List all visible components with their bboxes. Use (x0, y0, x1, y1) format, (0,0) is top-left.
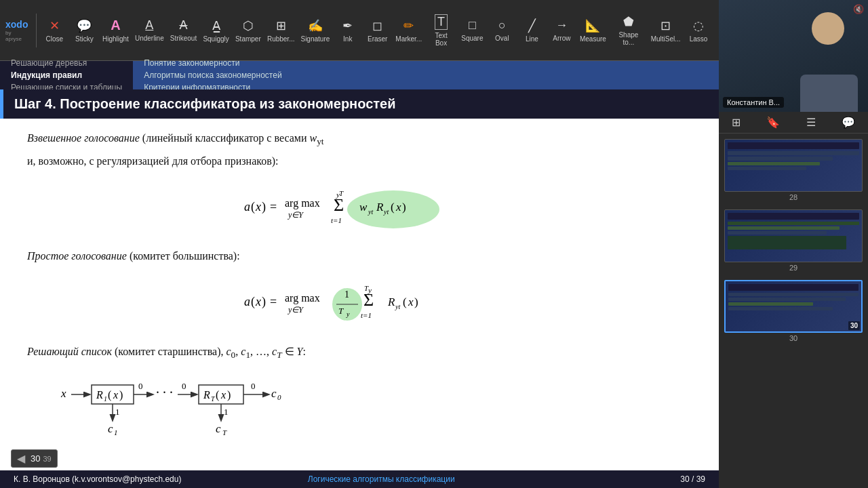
list-icon[interactable]: ☰ (806, 116, 816, 129)
svg-text:(: ( (216, 389, 219, 401)
eraser-label: Eraser (368, 35, 387, 43)
svg-text:=: = (270, 295, 277, 308)
bookmark-icon[interactable]: 🔖 (766, 116, 780, 129)
svg-text:arg max: arg max (285, 292, 320, 304)
line-label: Line (526, 35, 538, 43)
slide-content[interactable]: Взвешенное голосование (линейный классиф… (0, 119, 719, 470)
arrow-button[interactable]: → Arrow (547, 16, 576, 45)
strikeout-button[interactable]: A Strikeout (167, 16, 200, 45)
svg-text:(: ( (391, 201, 395, 214)
signature-button[interactable]: ✍ Signature (298, 16, 333, 45)
squiggly-button[interactable]: A̲ Squiggly (200, 16, 233, 45)
svg-text:x: x (255, 200, 261, 214)
multisel-icon: ⊡ (660, 18, 671, 33)
svg-text:c: c (216, 422, 221, 435)
svg-text:x: x (255, 295, 261, 308)
svg-text:1: 1 (104, 395, 107, 403)
svg-text:x: x (113, 389, 118, 401)
main-area: Решающие деревья Индукция правил Решающи… (0, 61, 719, 488)
thumb-image-30: 30 (724, 280, 863, 333)
svg-text:): ) (227, 389, 231, 401)
thumb-image-29 (724, 209, 863, 262)
svg-text:yt: yt (383, 208, 389, 216)
nav-trees-label: Решающие деревья (11, 58, 87, 68)
stamper-button[interactable]: ⬡ Stamper (232, 16, 264, 45)
textbox-icon: T (435, 14, 448, 30)
highlight-label: Highlight (102, 35, 129, 43)
textbox-label: Text Box (429, 32, 454, 47)
nav-right: Понятие закономерности Алгоритмы поиска … (133, 61, 719, 89)
svg-text:y: y (346, 310, 350, 318)
thumb-num-29: 29 (724, 264, 863, 272)
svg-text:Σ: Σ (363, 290, 374, 310)
shapeto-button[interactable]: ⬟ Shape to... (609, 12, 648, 49)
sticky-icon: 💬 (77, 18, 92, 33)
svg-text:(: ( (403, 296, 407, 308)
slide-header: Шаг 4. Построение классификатора из зако… (0, 89, 719, 119)
lasso-button[interactable]: ◌ Lasso (684, 16, 713, 45)
underline-button[interactable]: A Underline (132, 16, 167, 45)
highlight-button[interactable]: A Highlight (99, 15, 132, 45)
ink-button[interactable]: ✒ Ink (333, 16, 363, 45)
decision-diagram: x R 1 ( x ) 0 · · · (54, 369, 692, 439)
textbox-button[interactable]: T Text Box (425, 12, 458, 49)
svg-text:=: = (270, 200, 277, 214)
rubber-button[interactable]: ⊞ Rubber... (264, 16, 298, 45)
back-button[interactable]: ◀ (17, 452, 25, 465)
close-button[interactable]: ✕ Close (39, 16, 69, 45)
nav-item-rules[interactable]: Индукция правил (11, 69, 122, 81)
svg-text:1: 1 (344, 289, 349, 300)
svg-text:R: R (376, 201, 384, 214)
nav-rules-label: Индукция правил (11, 70, 82, 80)
shapeto-icon: ⬟ (623, 14, 634, 29)
svg-text:1: 1 (114, 428, 118, 436)
underline-icon: A (145, 18, 153, 33)
person-head (812, 12, 844, 45)
nav-item-trees[interactable]: Решающие деревья (11, 57, 122, 69)
thumbnail-29[interactable]: 29 (724, 209, 863, 272)
strikeout-label: Strikeout (170, 35, 197, 42)
para-decision-list: Решающий список (комитет старшинства), c… (27, 345, 692, 361)
nav-item-algorithms[interactable]: Алгоритмы поиска закономерностей (144, 69, 708, 81)
person-area (719, 0, 868, 112)
measure-icon: 📐 (585, 18, 600, 33)
svg-text:x: x (220, 389, 226, 401)
line-button[interactable]: ╱ Line (517, 16, 547, 45)
eraser-button[interactable]: ◻ Eraser (363, 16, 393, 45)
toolbar-separator (36, 14, 37, 47)
svg-text:x: x (408, 296, 414, 308)
square-icon: □ (469, 18, 476, 33)
thumbnail-30[interactable]: 30 30 (724, 280, 863, 342)
sticky-button[interactable]: 💬 Sticky (69, 16, 99, 45)
pages-icon[interactable]: ⊞ (732, 116, 741, 129)
sticky-label: Sticky (75, 35, 94, 43)
footer-author: К. В. Воронцов (k.v.vorontsov@phystech.e… (0, 474, 181, 484)
formula-simple-svg: a ( x ) = arg max y∈Y 1 T y T y Σ t=1 (231, 270, 488, 331)
lasso-icon: ◌ (693, 18, 704, 33)
svg-text:x: x (395, 201, 401, 214)
svg-text:w: w (359, 201, 368, 214)
svg-text:y∈Y: y∈Y (288, 305, 304, 314)
app-subtitle: by apryse (5, 30, 28, 42)
multisel-button[interactable]: ⊡ MultiSel... (648, 16, 684, 45)
slide-title: Шаг 4. Построение классификатора из зако… (14, 96, 396, 111)
svg-text:1: 1 (115, 407, 120, 417)
squiggly-label: Squiggly (203, 35, 229, 43)
oval-icon: ○ (498, 18, 506, 33)
square-button[interactable]: □ Square (457, 16, 487, 45)
formula-weighted: a ( x ) = arg max y∈Y T y Σ t=1 w yt R y… (27, 176, 692, 239)
thumbnail-28[interactable]: 28 (724, 139, 863, 201)
svg-text:0: 0 (138, 381, 143, 391)
eraser-icon: ◻ (372, 18, 382, 33)
svg-text:· · ·: · · · (156, 385, 173, 400)
chat-icon[interactable]: 💬 (842, 116, 855, 129)
measure-button[interactable]: 📐 Measure (576, 16, 609, 45)
highlight-icon: A (111, 18, 120, 33)
stamper-icon: ⬡ (243, 18, 254, 33)
marker-button[interactable]: ✏ Marker... (393, 16, 425, 45)
oval-label: Oval (495, 35, 509, 42)
thumbnails-panel[interactable]: 28 29 (719, 134, 868, 488)
multisel-label: MultiSel... (651, 35, 681, 43)
oval-button[interactable]: ○ Oval (487, 16, 517, 45)
nav-item-concept[interactable]: Понятие закономерности (144, 57, 708, 69)
